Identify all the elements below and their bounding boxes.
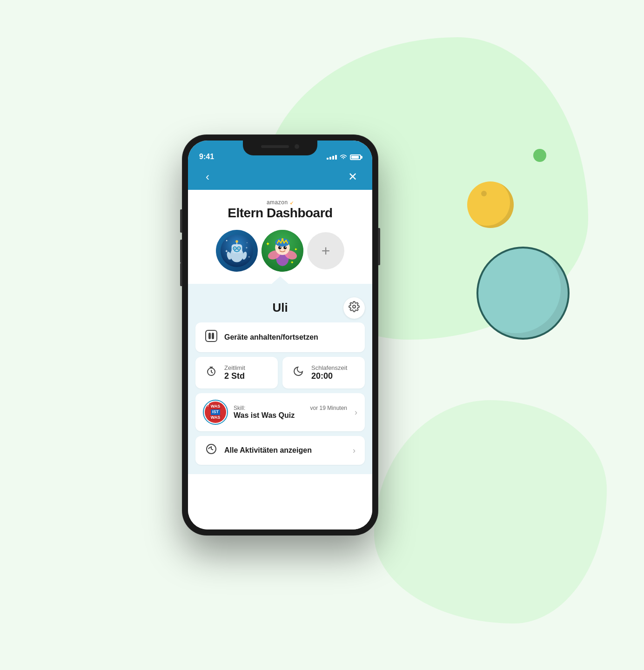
avatar-fairy[interactable]: ✦ ✦ ✦ — [262, 230, 303, 272]
schlafenszeit-value: 20:00 — [311, 371, 347, 381]
svg-rect-36 — [212, 333, 214, 339]
back-button[interactable]: ‹ — [199, 168, 216, 185]
phone-frame: 9:41 — [182, 135, 378, 535]
speaker — [261, 145, 289, 148]
svg-point-26 — [278, 246, 282, 249]
svg-rect-35 — [209, 333, 210, 339]
phone-wrapper: 9:41 — [182, 135, 378, 535]
header-section: amazon ↙ Eltern Dashboard — [188, 190, 372, 284]
amazon-arrow-icon: ↙ — [290, 200, 294, 205]
timer-icon — [205, 366, 218, 380]
avatars-row: ✦ ✦ — [188, 221, 372, 272]
svg-point-14 — [235, 240, 238, 242]
bg-blob-2 — [374, 400, 607, 623]
schlafenszeit-label: Schlafenszeit — [311, 364, 347, 371]
pause-icon — [205, 330, 218, 345]
signal-bar-2 — [329, 157, 331, 160]
close-button[interactable]: ✕ — [344, 168, 361, 185]
zeitlimit-button[interactable]: Zeitlimit 2 Std — [195, 357, 278, 389]
schlafenszeit-text: Schlafenszeit 20:00 — [311, 364, 347, 381]
nav-bar: ‹ ✕ — [188, 164, 372, 190]
skill-logo-inner: ? WAS IST WAS — [205, 402, 226, 423]
notch — [243, 141, 317, 155]
planet-yellow — [467, 181, 514, 228]
signal-bar-4 — [335, 155, 337, 160]
svg-point-1 — [226, 240, 228, 241]
skill-name: Was ist Was Quiz — [234, 411, 295, 419]
planet-small-green — [533, 149, 546, 162]
wifi-icon — [340, 154, 347, 161]
svg-rect-34 — [206, 330, 217, 342]
add-plus-icon: + — [322, 242, 330, 260]
zeitlimit-label: Zeitlimit — [224, 364, 245, 371]
skill-info: Skill: vor 19 Minuten Was ist Was Quiz — [234, 405, 347, 420]
svg-point-11 — [235, 248, 235, 249]
battery-icon — [350, 154, 361, 160]
add-avatar-button[interactable]: + — [307, 232, 344, 269]
skill-logo: ? WAS IST WAS — [203, 400, 228, 425]
profile-name: Uli — [272, 301, 288, 315]
profile-header: Uli — [195, 301, 365, 315]
signal-bar-1 — [327, 158, 329, 160]
skill-title-row: Skill: vor 19 Minuten — [234, 405, 347, 411]
status-time: 9:41 — [199, 153, 214, 161]
skill-button[interactable]: ? WAS IST WAS Skill: vor 19 Minuten — [195, 393, 365, 431]
planet-teal — [476, 247, 570, 340]
question-mark: ? — [207, 402, 209, 408]
zeitlimit-value: 2 Std — [224, 371, 245, 381]
profile-card: Uli — [188, 284, 372, 474]
svg-point-25 — [282, 238, 284, 241]
activities-button[interactable]: Alle Aktivitäten anzeigen › — [195, 436, 365, 465]
pause-resume-button[interactable]: Geräte anhalten/fortsetzen — [195, 322, 365, 352]
gear-icon — [349, 301, 360, 315]
svg-point-28 — [280, 247, 281, 248]
svg-point-27 — [283, 246, 287, 249]
skill-text-was2: WAS — [209, 415, 222, 421]
svg-point-12 — [238, 248, 239, 249]
svg-text:✦: ✦ — [294, 247, 298, 252]
avatar-robot[interactable]: ✦ ✦ — [216, 230, 258, 272]
skill-type: Skill: — [234, 405, 245, 411]
status-icons — [327, 154, 361, 161]
svg-text:✦: ✦ — [225, 249, 228, 254]
skill-text-ist: IST — [211, 409, 220, 415]
svg-point-2 — [247, 242, 248, 243]
svg-point-33 — [353, 305, 356, 308]
moon-icon — [292, 366, 305, 380]
battery-fill — [351, 156, 359, 159]
activities-label: Alle Aktivitäten anzeigen — [224, 446, 312, 455]
skill-time: vor 19 Minuten — [310, 405, 347, 411]
signal-bar-3 — [332, 156, 334, 160]
camera — [295, 144, 299, 149]
svg-text:✦: ✦ — [245, 246, 248, 249]
activities-icon — [205, 443, 218, 457]
svg-point-4 — [248, 256, 250, 258]
time-row: Zeitlimit 2 Std Schlafenszeit — [195, 357, 365, 389]
settings-button[interactable] — [343, 297, 365, 319]
svg-text:✦: ✦ — [290, 260, 294, 265]
activities-chevron-icon: › — [353, 446, 356, 456]
phone-screen: 9:41 — [188, 141, 372, 529]
skill-text-was: WAS — [209, 404, 222, 409]
signal-icon — [327, 155, 337, 160]
dashboard-title: Eltern Dashboard — [188, 206, 372, 221]
zeitlimit-text: Zeitlimit 2 Std — [224, 364, 245, 381]
svg-point-29 — [285, 247, 286, 248]
svg-text:✦: ✦ — [266, 241, 270, 247]
skill-chevron-icon: › — [355, 408, 357, 417]
screen-content: amazon ↙ Eltern Dashboard — [188, 190, 372, 529]
amazon-label: amazon ↙ — [188, 199, 372, 206]
schlafenszeit-button[interactable]: Schlafenszeit 20:00 — [282, 357, 365, 389]
pause-label: Geräte anhalten/fortsetzen — [224, 333, 318, 342]
